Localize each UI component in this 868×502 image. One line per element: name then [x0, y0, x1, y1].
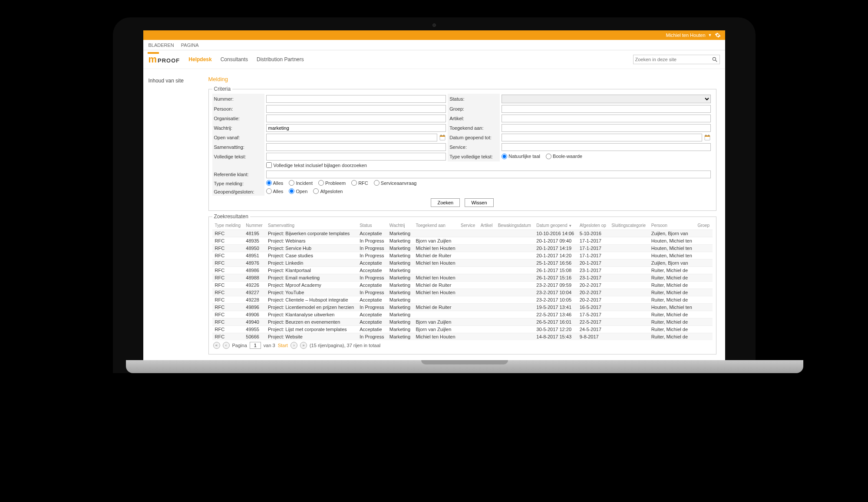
pager-last-icon[interactable]: » — [300, 342, 307, 349]
table-cell — [609, 289, 648, 296]
th-samenvatting[interactable]: Samenvatting — [265, 221, 357, 230]
user-menu[interactable]: Michiel ten Houten ▼ — [666, 32, 720, 38]
radio-tm-service[interactable]: Serviceaanvraag — [374, 180, 417, 186]
table-row[interactable]: RFC48935Project: WebinarsIn ProgressMark… — [212, 237, 713, 245]
table-row[interactable]: RFC48976Project: LinkedinAcceptatieMarke… — [212, 259, 713, 267]
search-icon[interactable] — [712, 56, 718, 62]
input-persoon[interactable] — [266, 105, 446, 113]
button-wissen[interactable]: Wissen — [465, 198, 493, 207]
table-row[interactable]: RFC48986Project: KlantportaalAcceptatieM… — [212, 267, 713, 274]
label-samenvatting: Samenvatting: — [212, 142, 264, 152]
table-cell — [478, 296, 495, 304]
table-cell: 5-10-2016 — [577, 230, 609, 237]
input-organisatie[interactable] — [266, 115, 446, 122]
table-cell: Michiel ten Houten — [413, 274, 458, 282]
button-zoeken[interactable]: Zoeken — [431, 198, 460, 207]
table-row[interactable]: RFC48951Project: Case studiesIn Progress… — [212, 252, 713, 259]
table-cell: 19-5-2017 13:41 — [534, 304, 577, 311]
radio-boole[interactable]: Boole-waarde — [546, 154, 582, 159]
th-service[interactable]: Service — [458, 221, 478, 230]
radio-gg-open[interactable]: Open — [289, 188, 307, 194]
calendar-icon[interactable] — [439, 134, 446, 141]
radio-gg-alles[interactable]: Alles — [266, 188, 284, 194]
table-row[interactable]: RFC49228Project: Clientele – Hubspot int… — [212, 296, 713, 304]
table-row[interactable]: RFC50666Project: WebsiteIn ProgressMarke… — [212, 333, 713, 341]
input-nummer[interactable] — [266, 95, 446, 103]
th-wachtrij[interactable]: Wachtrij — [387, 221, 413, 230]
input-service[interactable] — [502, 143, 710, 151]
table-row[interactable]: RFC49955Project: Lijst met corporate tem… — [212, 326, 713, 333]
th-persoon[interactable]: Persoon — [649, 221, 695, 230]
nav-consultants[interactable]: Consultants — [221, 56, 248, 62]
th-groep[interactable]: Groep — [695, 221, 712, 230]
table-cell: In Progress — [357, 304, 387, 311]
radio-natuurlijke[interactable]: Natuurlijke taal — [502, 154, 540, 159]
input-open-vanaf[interactable] — [266, 134, 438, 141]
table-cell: Ruiter, Michiel de — [649, 267, 695, 274]
table-row[interactable]: RFC49940Project: Beurzen en evenementenA… — [212, 318, 713, 326]
input-referentie[interactable] — [266, 171, 711, 178]
pager-prev-icon[interactable]: ‹ — [223, 342, 230, 349]
checkbox-include-attachments[interactable]: Volledige tekst inclusief bijlagen doorz… — [266, 162, 367, 168]
input-datum-tot[interactable] — [502, 134, 702, 141]
table-cell — [695, 282, 712, 289]
table-cell — [695, 333, 712, 341]
svg-rect-9 — [708, 135, 709, 136]
th-geopend[interactable]: Datum geopend ▼ — [534, 221, 577, 230]
table-row[interactable]: RFC48950Project: Service HubIn ProgressM… — [212, 245, 713, 252]
table-row[interactable]: RFC49226Project: Mproof AcademyAcceptati… — [212, 282, 713, 289]
site-search[interactable] — [633, 55, 720, 64]
input-wachtrij[interactable] — [266, 124, 446, 132]
input-artikel[interactable] — [502, 115, 710, 122]
pager-first-icon[interactable]: « — [213, 342, 220, 349]
input-samenvatting[interactable] — [266, 143, 446, 151]
table-cell: Marketing — [387, 311, 413, 318]
table-row[interactable]: RFC49896Project: Licentiemodel en prijze… — [212, 304, 713, 311]
th-nummer[interactable]: Nummer — [243, 221, 265, 230]
table-cell: RFC — [212, 304, 244, 311]
radio-tm-incident[interactable]: Incident — [289, 180, 313, 186]
radio-gg-afg[interactable]: Afgesloten — [313, 188, 343, 194]
radio-tm-alles[interactable]: Alles — [266, 180, 284, 186]
table-cell: Houten, Michiel ten — [649, 237, 695, 245]
table-cell: RFC — [212, 326, 244, 333]
search-input[interactable] — [635, 57, 712, 62]
input-volledige[interactable] — [266, 153, 446, 161]
input-toegekend[interactable] — [502, 124, 710, 132]
pager-start[interactable]: Start — [278, 343, 288, 348]
table-cell: Project: Clientele – Hubspot integratie — [265, 296, 357, 304]
th-sluiting[interactable]: Sluitingscategorie — [609, 221, 648, 230]
nav-distribution[interactable]: Distribution Partners — [257, 56, 304, 62]
pager-next-icon[interactable]: › — [290, 342, 297, 349]
th-type[interactable]: Type melding — [212, 221, 244, 230]
th-bewaking[interactable]: Bewakingsdatum — [495, 221, 534, 230]
radio-tm-rfc[interactable]: RFC — [351, 180, 368, 186]
table-row[interactable]: RFC49227Project: YouTubeIn ProgressMarke… — [212, 289, 713, 296]
table-row[interactable]: RFC49906Project: Klantanalyse uitwerkenA… — [212, 311, 713, 318]
logo[interactable]: m PROOF — [149, 54, 180, 65]
gear-icon[interactable] — [715, 32, 721, 38]
sidebar-link-content[interactable]: Inhoud van site — [149, 78, 184, 84]
radio-tm-probleem[interactable]: Probleem — [318, 180, 346, 186]
table-cell: Marketing — [387, 304, 413, 311]
table-cell — [458, 237, 478, 245]
table-cell: Project: Webinars — [265, 237, 357, 245]
th-artikel[interactable]: Artikel — [478, 221, 495, 230]
table-cell: In Progress — [357, 274, 387, 282]
table-cell: 22-5-2017 — [577, 318, 609, 326]
ribbon-tab-bladeren[interactable]: BLADEREN — [149, 43, 174, 48]
table-cell: In Progress — [357, 289, 387, 296]
table-row[interactable]: RFC48195Project: Bijwerken corporate tem… — [212, 230, 713, 237]
table-cell: Zuijlen, Bjorn van — [649, 230, 695, 237]
th-afgesloten[interactable]: Afgesloten op — [577, 221, 609, 230]
nav-helpdesk[interactable]: Helpdesk — [188, 56, 211, 62]
table-row[interactable]: RFC48988Project: Email marketingIn Progr… — [212, 274, 713, 282]
ribbon-tab-pagina[interactable]: PAGINA — [181, 43, 199, 48]
th-toegekend[interactable]: Toegekend aan — [413, 221, 458, 230]
input-groep[interactable] — [502, 105, 710, 113]
select-status[interactable] — [502, 95, 710, 103]
pager-input[interactable] — [250, 342, 261, 349]
calendar-icon[interactable] — [704, 134, 711, 141]
th-status[interactable]: Status — [357, 221, 387, 230]
table-cell — [695, 296, 712, 304]
